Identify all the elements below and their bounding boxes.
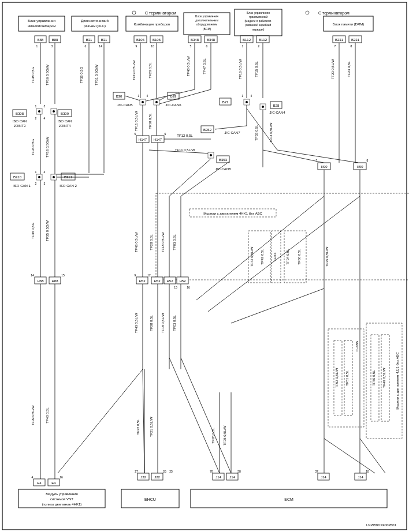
svg-text:H90: H90 [356,165,363,168]
svg-text:B30: B30 [116,95,122,98]
svg-text:трансмиссией: трансмиссией [249,15,268,18]
label-terminator-2: С терминатором [318,11,349,16]
svg-text:(BCM): (BCM) [203,27,211,31]
svg-text:B231: B231 [335,38,344,42]
svg-text:B352: B352 [203,128,212,132]
svg-text:5: 5 [135,132,136,136]
svg-text:TF47
0,5L: TF47 0,5L [203,58,206,74]
svg-text:B31: B31 [101,38,107,42]
svg-text:10: 10 [151,44,154,48]
svg-text:C-ABS: C-ABS [355,341,359,351]
svg-text:дополнительным: дополнительным [195,18,218,22]
svg-text:H52: H52 [179,279,186,283]
svg-text:B231: B231 [351,38,360,42]
svg-text:E4: E4 [37,481,42,485]
svg-text:TF38 0,5G: TF38 0,5G [31,66,35,83]
svg-text:системой VNT: системой VNT [50,497,73,501]
box-immobilizer [18,16,65,31]
svg-line-283 [324,439,375,473]
svg-point-129 [210,154,212,156]
svg-text:J14: J14 [321,475,326,479]
svg-text:1: 1 [242,44,244,48]
svg-text:Блок управления: Блок управления [28,19,55,23]
svg-point-154 [53,110,55,113]
svg-text:B88: B88 [52,38,58,42]
svg-text:TF43 0,5L: TF43 0,5L [261,249,264,265]
svg-text:B348: B348 [191,38,199,42]
svg-text:B309: B309 [61,112,69,115]
svg-text:B88: B88 [38,38,44,42]
svg-text:3: 3 [44,104,46,108]
svg-text:8: 8 [367,159,369,162]
svg-text:TF15
0,5L: TF15 0,5L [255,61,258,77]
jc-can4: B28 J/C-CAN4 [260,102,285,114]
svg-text:TF42 0,5L/W: TF42 0,5L/W [250,246,254,267]
svg-text:H90: H90 [321,165,328,168]
svg-point-164 [38,176,40,178]
svg-line-246 [143,369,144,473]
svg-text:TF18 0,5L/W: TF18 0,5L/W [161,232,165,252]
svg-text:JOINT3: JOINT3 [14,124,26,128]
svg-text:B308: B308 [16,112,24,115]
svg-text:J/C-CAN4: J/C-CAN4 [269,111,285,114]
doc-number: LNW89DXF003501 [366,523,397,527]
svg-text:EHCU: EHCU [144,497,156,501]
svg-line-194 [181,162,229,196]
svg-text:TF51 0,5L: TF51 0,5L [345,370,349,386]
svg-text:15: 15 [174,286,177,289]
svg-text:16: 16 [187,286,190,289]
svg-text:TF52 0,5L/W: TF52 0,5L/W [335,368,339,388]
svg-point-104 [262,106,264,108]
svg-text:4: 4 [251,94,252,98]
connectors-top-row: B88 B88 1 3 B31 B31 6 14 B105 B105 9 10 … [35,36,362,48]
svg-text:B353: B353 [219,158,228,162]
svg-text:Блок управления: Блок управления [247,11,270,14]
svg-line-245 [58,369,143,473]
svg-text:TF10
0,5L: TF10 0,5L [148,113,152,129]
svg-text:78: 78 [210,470,213,473]
svg-text:J/C-CAN5: J/C-CAN5 [117,103,133,107]
svg-text:14: 14 [31,274,34,277]
svg-text:TF06 0,5L: TF06 0,5L [298,249,301,265]
svg-text:JOINT4: JOINT4 [59,124,71,128]
svg-text:TF50 0,5L: TF50 0,5L [372,370,375,386]
svg-text:ISO CAN 2: ISO CAN 2 [60,184,77,188]
iso-can-joint4: B309 ISO CAN JOINT4 [51,108,72,128]
svg-text:TF34 0,5G: TF34 0,5G [31,138,35,155]
svg-text:J14: J14 [229,475,235,479]
svg-text:12: 12 [147,274,151,277]
svg-text:Модуль управления: Модуль управления [46,492,78,496]
svg-text:TF28 0,5L: TF28 0,5L [150,315,153,331]
svg-text:TF18 0,5L/W: TF18 0,5L/W [161,313,165,333]
svg-line-193 [169,159,211,196]
wiring-diagram: С терминатором С терминатором Блок управ… [0,0,409,532]
svg-point-81 [142,101,144,103]
svg-line-134 [277,150,358,163]
jc-can5: B30 J/C-CAN5 3 4 [113,92,148,107]
svg-line-244 [181,358,231,473]
svg-text:3: 3 [51,44,53,48]
svg-text:B310: B310 [13,175,22,179]
svg-point-144 [38,110,40,113]
svg-text:TF28 0,5L: TF28 0,5L [150,234,153,250]
svg-text:TF35 0,5L/W: TF35 0,5L/W [223,425,226,445]
svg-line-133 [263,150,324,163]
svg-text:B348: B348 [207,38,215,42]
svg-text:7: 7 [334,44,336,48]
svg-text:B28: B28 [273,104,280,107]
svg-text:(только двигатель 4HK1): (только двигатель 4HK1) [42,503,82,506]
svg-text:6: 6 [85,44,87,48]
svg-text:18: 18 [366,470,369,473]
svg-text:B105: B105 [153,38,161,42]
svg-line-91 [159,96,168,100]
svg-text:4: 4 [32,475,34,479]
svg-text:TF16
0,5L/W: TF16 0,5L/W [239,59,242,79]
svg-text:B112: B112 [259,38,267,42]
svg-text:H52: H52 [139,279,146,283]
svg-text:Комбинация приборов: Комбинация приборов [134,23,170,26]
svg-text:TF24
0,5L: TF24 0,5L [347,61,351,77]
svg-text:H147: H147 [139,138,147,141]
svg-text:H88: H88 [37,279,44,283]
svg-text:8: 8 [351,44,352,48]
svg-text:H52: H52 [154,279,161,283]
